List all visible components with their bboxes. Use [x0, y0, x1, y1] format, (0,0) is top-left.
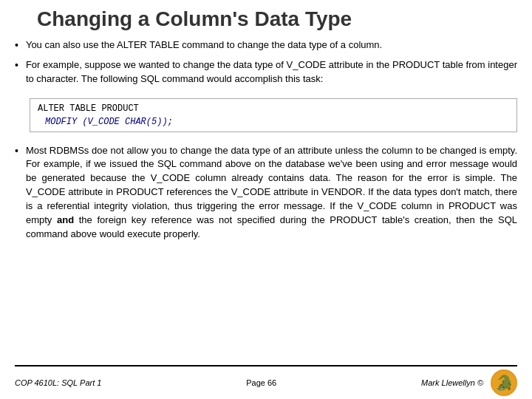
footer-center: Page 66: [246, 378, 276, 387]
bullet-text-2: For example, suppose we wanted to change…: [26, 58, 517, 86]
bullet-item-2: • For example, suppose we wanted to chan…: [15, 58, 517, 86]
page: Changing a Column's Data Type • You can …: [0, 0, 532, 399]
bullet-text-3-after: the foreign key reference was not specif…: [26, 214, 517, 239]
bullet-text-3: Most RDBMSs doe not allow you to change …: [26, 144, 517, 242]
bullet-item-1: • You can also use the ALTER TABLE comma…: [15, 38, 517, 52]
bullet-point-1: •: [15, 39, 18, 51]
page-title: Changing a Column's Data Type: [37, 7, 517, 31]
footer-right-area: Mark Llewellyn © 🐊: [421, 369, 517, 396]
code-box: ALTER TABLE PRODUCT MODFIY (V_CODE CHAR(…: [30, 98, 517, 132]
code-line-1: ALTER TABLE PRODUCT: [38, 103, 509, 114]
bullet-point-3: •: [15, 145, 18, 157]
footer-left: COP 4610L: SQL Part 1: [15, 378, 101, 387]
bullet-item-3: • Most RDBMSs doe not allow you to chang…: [15, 144, 517, 242]
bullet-text-3-bold: and: [57, 214, 74, 225]
bullet-point-2: •: [15, 59, 18, 71]
bullet-text-3-before: Most RDBMSs doe not allow you to change …: [26, 145, 517, 225]
bullet-text-1: You can also use the ALTER TABLE command…: [26, 38, 382, 52]
footer: COP 4610L: SQL Part 1 Page 66 Mark Llewe…: [15, 365, 517, 399]
footer-right: Mark Llewellyn ©: [421, 378, 483, 387]
code-line-2: MODFIY (V_CODE CHAR(5));: [45, 117, 509, 127]
gator-logo-icon: 🐊: [491, 369, 517, 396]
content-area: • You can also use the ALTER TABLE comma…: [15, 38, 517, 365]
